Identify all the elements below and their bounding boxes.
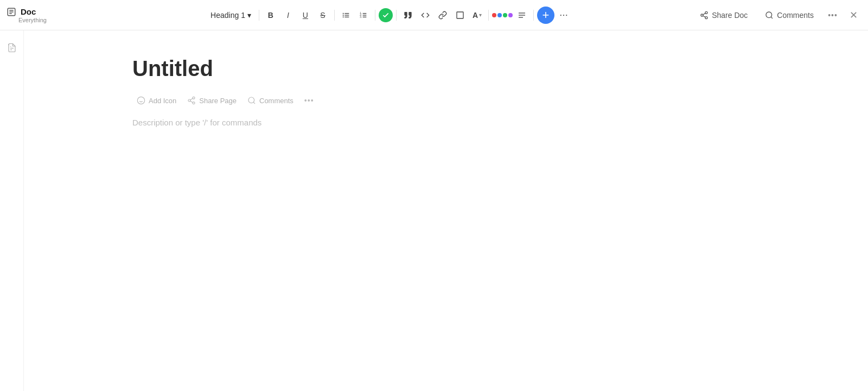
sidebar-doc-list-icon[interactable] <box>3 39 21 56</box>
main-toolbar: Doc Everything Heading 1 ▾ B I U S <box>0 0 868 30</box>
share-doc-button[interactable]: Share Doc <box>693 8 754 23</box>
dot-purple <box>508 13 513 17</box>
svg-point-28 <box>766 12 772 18</box>
close-button[interactable]: ✕ <box>845 7 861 23</box>
check-circle <box>379 8 393 22</box>
svg-line-29 <box>771 17 773 18</box>
svg-point-33 <box>137 97 144 104</box>
main-content: Untitled Add Icon Sha <box>24 30 868 391</box>
color-dots <box>492 13 513 17</box>
page-title[interactable]: Untitled <box>132 56 760 81</box>
svg-point-24 <box>701 14 703 16</box>
svg-point-6 <box>343 16 344 17</box>
heading-selector-button[interactable]: Heading 1 ▾ <box>206 9 256 22</box>
link-icon <box>438 11 447 20</box>
divider-4 <box>396 10 397 21</box>
link-button[interactable] <box>435 7 451 23</box>
divider-2 <box>334 10 335 21</box>
ordered-list-button[interactable]: 1. 2. 3. <box>355 7 372 23</box>
doc-name: Doc <box>21 7 36 16</box>
share-page-button[interactable]: Share Page <box>183 94 241 107</box>
svg-text:3.: 3. <box>360 15 362 18</box>
header-more-button[interactable]: ••• <box>825 7 841 23</box>
italic-button[interactable]: I <box>280 7 296 23</box>
svg-point-22 <box>566 14 567 15</box>
svg-point-4 <box>343 12 344 14</box>
main-layout: Untitled Add Icon Sha <box>0 30 868 391</box>
svg-line-40 <box>190 98 193 100</box>
svg-rect-16 <box>457 12 463 18</box>
svg-point-38 <box>193 102 195 104</box>
plus-button[interactable]: + <box>537 7 554 24</box>
bold-button[interactable]: B <box>263 7 279 23</box>
svg-line-26 <box>703 16 706 17</box>
divider-5 <box>488 10 489 21</box>
svg-point-25 <box>705 16 707 18</box>
dot-red <box>492 13 496 17</box>
svg-line-27 <box>703 13 706 15</box>
toolbar-right: Share Doc Comments ••• ✕ <box>693 7 861 23</box>
comments-button[interactable]: Comments <box>758 8 820 23</box>
divider-3 <box>375 10 375 21</box>
svg-line-42 <box>253 102 255 104</box>
bullet-list-button[interactable] <box>338 7 354 23</box>
text-color-button[interactable]: A ▾ <box>469 9 485 22</box>
doc-icon-row: Doc <box>7 7 72 17</box>
share-page-icon <box>187 96 196 105</box>
align-button[interactable] <box>514 7 530 23</box>
svg-point-20 <box>560 14 561 15</box>
format-toolbar: Heading 1 ▾ B I U S <box>87 7 691 24</box>
dot-green <box>503 13 507 17</box>
page-search-icon <box>247 96 256 105</box>
page-actions: Add Icon Share Page Comments <box>132 94 760 107</box>
svg-point-23 <box>705 11 707 14</box>
doc-title-area: Doc Everything <box>7 7 72 23</box>
svg-line-39 <box>190 101 193 103</box>
add-icon-button[interactable]: Add Icon <box>132 94 181 107</box>
align-icon <box>518 11 526 20</box>
doc-page-icon <box>7 7 16 17</box>
box-icon <box>456 11 464 20</box>
svg-point-41 <box>248 97 254 103</box>
svg-point-21 <box>563 14 564 15</box>
underline-button[interactable]: U <box>297 7 314 23</box>
more-options-button[interactable] <box>556 7 572 23</box>
page-description[interactable]: Description or type '/' for commands <box>132 118 760 127</box>
svg-point-36 <box>193 97 195 99</box>
code-button[interactable] <box>417 7 433 23</box>
quote-button[interactable] <box>400 7 416 23</box>
sidebar <box>0 30 24 391</box>
doc-sub: Everything <box>18 17 72 23</box>
three-dots-icon <box>559 10 569 20</box>
divider-6 <box>533 10 534 21</box>
svg-point-5 <box>343 15 344 16</box>
bullet-list-icon <box>342 11 350 20</box>
search-icon <box>765 11 774 20</box>
quote-icon <box>404 11 412 20</box>
ordered-list-icon: 1. 2. 3. <box>359 11 368 20</box>
box-button[interactable] <box>452 7 468 23</box>
divider-1 <box>259 10 259 21</box>
code-icon <box>421 11 430 20</box>
dot-blue <box>497 13 502 17</box>
svg-point-37 <box>188 99 190 102</box>
smile-icon <box>137 96 145 105</box>
strikethrough-button[interactable]: S <box>315 7 331 23</box>
page-more-button[interactable]: ••• <box>300 94 318 107</box>
share-doc-icon <box>700 11 709 20</box>
page-comments-button[interactable]: Comments <box>243 94 298 107</box>
